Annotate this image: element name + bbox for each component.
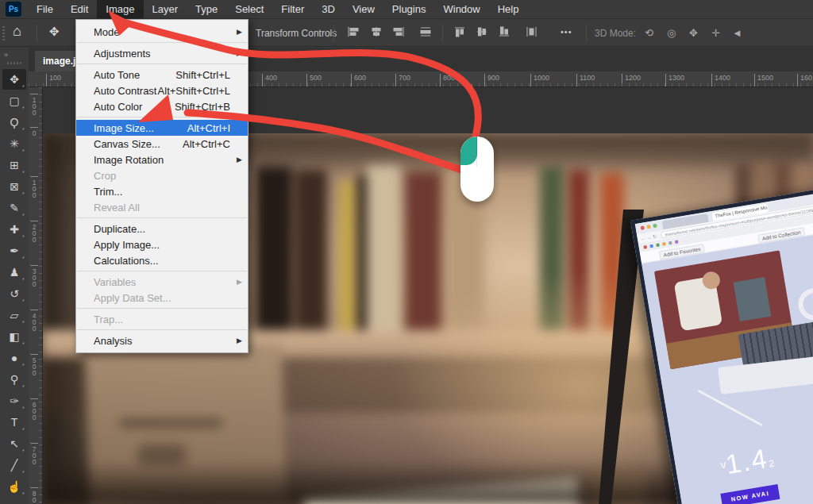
menu-item-canvas-size[interactable]: Canvas Size...Alt+Ctrl+C xyxy=(76,136,248,152)
3d-pan-icon[interactable]: ✥ xyxy=(689,27,698,39)
menu-file[interactable]: File xyxy=(28,0,62,18)
more-options-button[interactable]: ••• xyxy=(561,27,572,37)
align-bottom-icon[interactable] xyxy=(499,26,513,39)
line-tool[interactable]: ╱ xyxy=(2,455,26,475)
3d-camera-icon[interactable]: ◄ xyxy=(732,27,742,39)
menu-separator xyxy=(77,117,247,117)
line-tool-icon: ╱ xyxy=(11,459,17,471)
menu-item-reveal-all: Reveal All xyxy=(76,199,248,215)
clone-stamp-tool[interactable]: ♟ xyxy=(2,262,26,283)
3d-mode-label: 3D Mode: xyxy=(595,28,636,39)
eraser-tool-icon: ▱ xyxy=(10,309,19,321)
h-ruler-label: 600 xyxy=(351,74,366,87)
h-ruler-label: 160 xyxy=(797,74,812,87)
options-grabber[interactable] xyxy=(2,26,5,40)
h-ruler-label: 800 xyxy=(440,74,455,87)
type-tool[interactable]: T xyxy=(2,412,26,433)
dodge-tool[interactable]: ⚲ xyxy=(2,369,26,390)
move-tool-preset-icon[interactable]: ✥ xyxy=(49,25,60,39)
headphones xyxy=(796,286,813,322)
submenu-arrow-icon: ▶ xyxy=(237,28,242,36)
menu-item-adjustments[interactable]: Adjustments▶ xyxy=(76,45,248,61)
panel-collapse-icon[interactable]: » xyxy=(0,48,29,60)
v-ruler-label: 300 xyxy=(30,265,38,287)
menu-select[interactable]: Select xyxy=(226,0,272,18)
menu-edit[interactable]: Edit xyxy=(62,0,97,18)
menu-item-apply-image[interactable]: Apply Image... xyxy=(76,237,248,252)
3d-slide-icon[interactable]: ✛ xyxy=(711,27,720,39)
submenu-arrow-icon: ▶ xyxy=(237,278,242,286)
lasso-tool[interactable]: Ϙ xyxy=(2,112,26,133)
menu-layer[interactable]: Layer xyxy=(144,0,187,18)
align-top-icon[interactable] xyxy=(454,26,468,39)
menu-item-auto-tone[interactable]: Auto ToneShift+Ctrl+L xyxy=(76,67,248,83)
menu-window[interactable]: Window xyxy=(434,0,488,18)
blur-tool[interactable]: ● xyxy=(2,348,26,368)
move-tool-icon: ✥ xyxy=(10,73,19,86)
rectangular-marquee-tool[interactable]: ▢ xyxy=(2,90,26,111)
submenu-arrow-icon: ▶ xyxy=(237,156,242,164)
h-ruler-label: 400 xyxy=(262,74,277,87)
gradient-tool[interactable]: ◧ xyxy=(2,326,26,347)
menu-plugins[interactable]: Plugins xyxy=(383,0,435,18)
transform-controls-label[interactable]: Transform Controls xyxy=(256,28,337,39)
frame-tool[interactable]: ⊠ xyxy=(2,176,26,197)
h-ruler-label: 500 xyxy=(306,74,322,87)
path-selection-tool[interactable]: ↖ xyxy=(2,433,26,454)
3d-roll-icon[interactable]: ◎ xyxy=(667,27,676,39)
menu-view[interactable]: View xyxy=(344,0,383,18)
v-ruler-label: 600 xyxy=(30,398,38,420)
brush-tool[interactable]: ✒ xyxy=(2,240,26,261)
3d-orbit-icon[interactable]: ⟲ xyxy=(645,27,653,39)
move-tool[interactable]: ✥ xyxy=(2,69,26,90)
h-ruler-label: 1000 xyxy=(530,74,549,87)
align-left-icon[interactable] xyxy=(347,26,361,39)
panel-grabber[interactable] xyxy=(7,62,21,64)
menu-item-mode[interactable]: Mode▶ xyxy=(76,24,248,40)
mouse-annotation xyxy=(460,137,494,202)
menu-item-image-size[interactable]: Image Size...Alt+Ctrl+I xyxy=(76,120,248,136)
menu-item-auto-contrast[interactable]: Auto ContrastAlt+Shift+Ctrl+L xyxy=(76,83,248,98)
align-middle-icon[interactable] xyxy=(476,26,491,39)
crop-tool-icon: ⊞ xyxy=(10,159,19,171)
menu-item-trim[interactable]: Trim... xyxy=(76,183,248,199)
mouse-seam xyxy=(476,137,477,167)
version-text: v1.42 xyxy=(718,442,775,482)
menu-help[interactable]: Help xyxy=(489,0,528,18)
hand-tool-icon: ☝ xyxy=(7,480,21,493)
spot-healing-tool[interactable]: ✚ xyxy=(2,219,26,240)
menu-separator xyxy=(77,271,247,271)
pen-tool[interactable]: ✑ xyxy=(2,391,26,411)
gradient-tool-icon: ◧ xyxy=(9,330,19,343)
distribute-icon[interactable] xyxy=(526,26,540,39)
menu-image[interactable]: Image xyxy=(97,0,143,18)
type-tool-icon: T xyxy=(11,416,18,429)
menu-filter[interactable]: Filter xyxy=(272,0,313,18)
align-center-horizontal-bars-icon[interactable] xyxy=(419,26,433,39)
menu-3d[interactable]: 3D xyxy=(313,0,344,18)
menu-item-variables: Variables▶ xyxy=(76,274,248,290)
eraser-tool[interactable]: ▱ xyxy=(2,305,26,325)
menu-item-analysis[interactable]: Analysis▶ xyxy=(76,333,248,348)
hand-tool[interactable]: ☝ xyxy=(2,476,26,497)
align-center-vertical-icon[interactable] xyxy=(370,26,384,39)
eyedropper-tool[interactable]: ✎ xyxy=(2,198,26,218)
history-brush-tool[interactable]: ↺ xyxy=(2,283,26,304)
v-ruler-label: 200 xyxy=(30,221,38,242)
menu-bar: Ps FileEditImageLayerTypeSelectFilter3DV… xyxy=(0,0,813,19)
crop-tool[interactable]: ⊞ xyxy=(2,155,26,175)
menu-item-image-rotation[interactable]: Image Rotation▶ xyxy=(76,152,248,167)
menu-item-calculations[interactable]: Calculations... xyxy=(76,252,248,268)
quick-selection-tool[interactable]: ✳ xyxy=(2,133,26,154)
v-ruler-label: 800 xyxy=(30,487,38,504)
align-right-icon[interactable] xyxy=(392,26,406,39)
menu-item-duplicate[interactable]: Duplicate... xyxy=(76,221,248,237)
menu-type[interactable]: Type xyxy=(187,0,226,18)
home-icon[interactable]: ⌂ xyxy=(13,23,21,40)
h-ruler-label: 1200 xyxy=(622,74,641,87)
menu-separator xyxy=(77,308,247,309)
h-ruler-label: 1300 xyxy=(665,74,684,87)
spot-healing-tool-icon: ✚ xyxy=(10,223,19,236)
menu-separator xyxy=(77,63,247,64)
menu-item-auto-color[interactable]: Auto ColorShift+Ctrl+B xyxy=(76,98,248,114)
